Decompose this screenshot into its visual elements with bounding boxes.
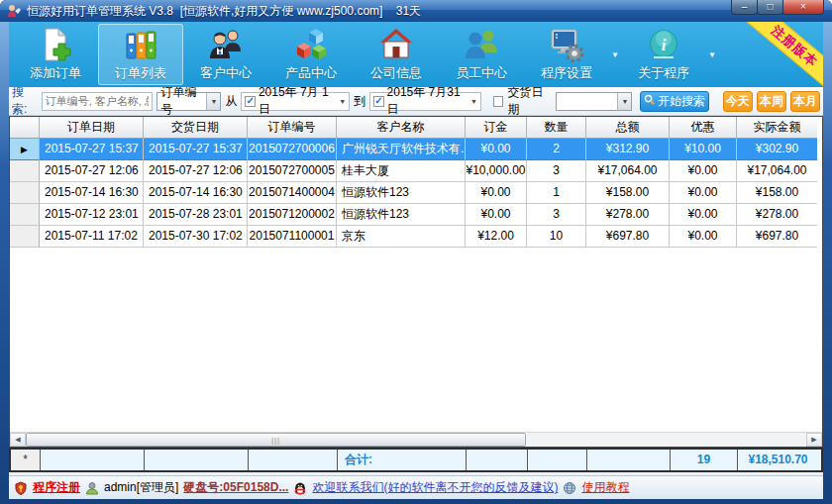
cell-discount: ¥0.00: [670, 160, 737, 182]
status-bar: 程序注册 admin[管理员] 硬盘号:05F0158D... 欢迎联系我们(好…: [9, 475, 823, 499]
table-row[interactable]: ▶ 2015-07-27 15:37 2015-07-27 15:37 2015…: [10, 139, 822, 160]
cell-order-no: 2015072700005: [248, 160, 337, 182]
toolbar-item-customer-center[interactable]: 客户中心: [183, 24, 268, 85]
toolbar-item-about[interactable]: i 关于程序: [621, 24, 706, 85]
toolbar-item-company-info[interactable]: 公司信息: [354, 24, 439, 85]
totals-empty: [587, 450, 671, 470]
company-info-icon: [378, 27, 414, 62]
column-header-deposit[interactable]: 订金: [466, 117, 527, 139]
maximize-button[interactable]: □: [757, 0, 783, 15]
tutorial-globe-icon: [563, 481, 576, 495]
search-input[interactable]: [42, 92, 153, 111]
toolbar-item-add-order[interactable]: 添加订单: [13, 24, 98, 85]
column-header-order-no[interactable]: 订单编号: [248, 117, 337, 139]
toolbar-item-label: 关于程序: [638, 64, 689, 82]
column-header-actual[interactable]: 实际金额: [737, 117, 817, 139]
column-header-discount[interactable]: 优惠: [670, 117, 737, 139]
employee-center-icon: [464, 27, 499, 62]
program-register-link[interactable]: 程序注册: [33, 479, 80, 496]
chevron-down-icon: ▼: [206, 93, 220, 110]
table-row[interactable]: 2015-07-11 17:02 2015-07-30 17:02 201507…: [10, 226, 822, 248]
grid-empty-area: [10, 248, 822, 432]
cell-discount: ¥0.00: [670, 226, 737, 248]
minimize-button[interactable]: –: [731, 0, 758, 15]
column-header-customer[interactable]: 客户名称: [337, 117, 466, 139]
about-dropdown-arrow[interactable]: ▼: [708, 50, 716, 59]
toolbar-item-product-center[interactable]: 产品中心: [268, 24, 354, 85]
user-icon: [85, 481, 99, 495]
column-header-order-date[interactable]: 订单日期: [40, 117, 144, 139]
from-date-picker[interactable]: ✓ 2015年 7月 1日 ▼: [241, 92, 350, 111]
table-row[interactable]: 2015-07-14 16:30 2015-07-14 16:30 201507…: [10, 182, 822, 204]
horizontal-scrollbar[interactable]: ◀ ||| ▶: [10, 432, 822, 447]
cell-discount: ¥0.00: [670, 204, 737, 226]
cell-order-no: 2015071400004: [248, 182, 337, 204]
totals-empty: [528, 450, 587, 470]
cell-order-no: 2015071200002: [248, 204, 337, 226]
search-icon: [644, 94, 655, 108]
toolbar-item-label: 产品中心: [285, 64, 337, 82]
from-date-checkbox[interactable]: ✓: [245, 96, 255, 107]
to-date-value: 2015年 7月31日: [387, 84, 466, 118]
table-row[interactable]: 2015-07-27 12:06 2015-07-27 12:06 201507…: [10, 160, 822, 182]
delivery-date-label: 交货日期: [507, 84, 552, 118]
column-header-total[interactable]: 总额: [586, 117, 670, 139]
start-search-button[interactable]: 开始搜索: [640, 91, 708, 112]
today-button[interactable]: 今天: [723, 91, 753, 112]
add-order-icon: [38, 27, 73, 62]
totals-empty: [145, 450, 249, 470]
window-controls: – □ ×: [732, 0, 824, 15]
delivery-date-checkbox[interactable]: [493, 96, 503, 107]
this-month-button[interactable]: 本月: [790, 91, 820, 112]
table-row[interactable]: 2015-07-12 23:01 2015-07-28 23:01 201507…: [10, 204, 822, 226]
cell-quantity: 2: [527, 139, 586, 160]
row-selector: [10, 226, 40, 248]
scroll-left-icon[interactable]: ◀: [10, 433, 26, 447]
current-row-marker-icon: ▶: [21, 145, 28, 154]
usage-tutorial-link[interactable]: 使用教程: [581, 479, 629, 496]
cell-actual: ¥17,064.00: [737, 160, 817, 182]
this-week-button[interactable]: 本周: [757, 91, 786, 112]
totals-row: * 合计: 19 ¥18,510.70: [9, 448, 823, 472]
disk-serial-link[interactable]: 硬盘号:05F0158D...: [183, 479, 288, 496]
contact-us-link[interactable]: 欢迎联系我们(好的软件离不开您的反馈及建议): [312, 479, 558, 496]
delivery-date-select[interactable]: ▼: [556, 92, 632, 111]
cell-order-date: 2015-07-27 15:37: [40, 139, 144, 160]
scrollbar-thumb[interactable]: |||: [26, 433, 526, 447]
order-list-icon: [123, 27, 158, 62]
cell-delivery-date: 2015-07-30 17:02: [144, 226, 248, 248]
toolbar-item-order-list[interactable]: 订单列表: [98, 24, 183, 85]
titlebar: 恒源好用订单管理系统 V3.8 [恒源软件,好用又方便 www.zj500.co…: [0, 0, 832, 22]
window-frame: 添加订单 订单列表 客户中心 产品中心: [0, 22, 832, 504]
close-button[interactable]: ×: [782, 0, 824, 15]
search-field-select[interactable]: 订单编号 ▼: [156, 92, 222, 111]
cell-actual: ¥302.90: [737, 139, 817, 160]
cell-deposit: ¥0.00: [466, 204, 527, 226]
cell-total: ¥158.00: [586, 182, 670, 204]
to-date-picker[interactable]: ✓ 2015年 7月31日 ▼: [369, 92, 481, 111]
scroll-right-icon[interactable]: ▶: [806, 433, 822, 447]
cell-total: ¥697.80: [586, 226, 670, 248]
cell-order-date: 2015-07-14 16:30: [40, 182, 144, 204]
window-content: 添加订单 订单列表 客户中心 产品中心: [9, 22, 823, 499]
chevron-down-icon: ▼: [339, 98, 346, 105]
toolbar-item-employee-center[interactable]: 员工中心: [439, 24, 524, 85]
totals-empty: [41, 450, 145, 470]
scrollbar-track[interactable]: [526, 433, 806, 447]
cell-order-no: 2015072700006: [248, 139, 337, 160]
toolbar-item-settings[interactable]: 程序设置: [524, 24, 609, 85]
column-header-quantity[interactable]: 数量: [527, 117, 586, 139]
column-header-delivery-date[interactable]: 交货日期: [144, 117, 248, 139]
ribbon-container: 注册版本: [740, 22, 823, 87]
cell-total: ¥312.90: [586, 139, 670, 160]
cell-total: ¥17,064.00: [586, 160, 670, 182]
to-date-checkbox[interactable]: ✓: [373, 96, 383, 107]
cell-discount: ¥10.00: [670, 139, 737, 160]
product-center-icon: [293, 27, 329, 62]
cell-delivery-date: 2015-07-14 16:30: [144, 182, 248, 204]
totals-empty: [249, 450, 338, 470]
settings-dropdown-arrow[interactable]: ▼: [611, 50, 619, 59]
totals-amount: ¥18,510.70: [738, 450, 818, 470]
cell-quantity: 3: [527, 204, 586, 226]
cell-order-date: 2015-07-27 12:06: [40, 160, 144, 182]
